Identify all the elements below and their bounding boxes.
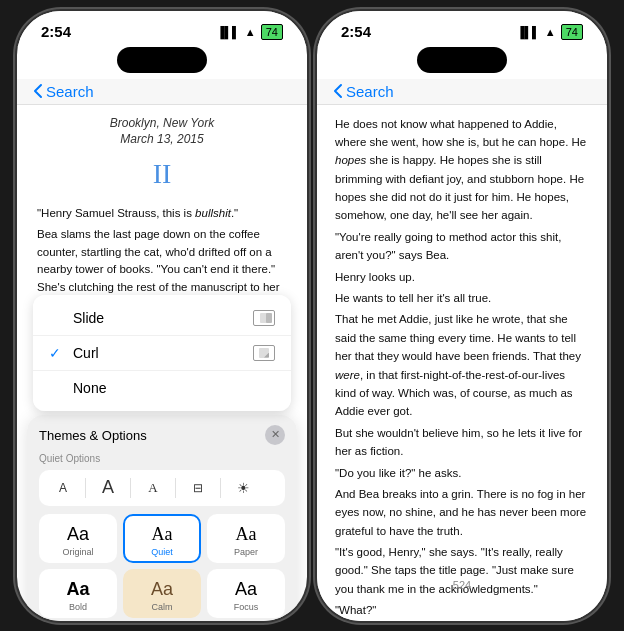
right-para-6: But she wouldn't believe him, so he lets…	[335, 424, 589, 461]
themes-title: Themes & Options	[39, 428, 147, 443]
theme-paper-aa: Aa	[236, 524, 257, 545]
menu-item-curl[interactable]: ✓ Curl	[33, 336, 291, 371]
slide-label: Slide	[73, 310, 104, 326]
status-icons-left: ▐▌▌ ▲ 74	[216, 24, 283, 40]
theme-bold-aa: Aa	[66, 579, 89, 600]
wifi-icon-right: ▲	[545, 26, 556, 38]
signal-icon-right: ▐▌▌	[516, 26, 539, 38]
themes-grid: Aa Original Aa Quiet Aa Paper Aa Bold	[39, 514, 285, 618]
book-para-1: "Henry Samuel Strauss, this is bullshit.…	[37, 205, 287, 223]
chevron-left-icon-right	[333, 83, 343, 99]
theme-focus[interactable]: Aa Focus	[207, 569, 285, 618]
font-decrease-button[interactable]: A	[47, 474, 79, 502]
themes-panel: Themes & Options ✕ Quiet Options A A A ⊟…	[27, 415, 297, 621]
back-button-right[interactable]: Search	[333, 83, 394, 100]
status-bar-left: 2:54 ▐▌▌ ▲ 74	[17, 11, 307, 47]
nav-bar-left: Search	[17, 79, 307, 105]
font-controls-row: A A A ⊟ ☀	[39, 470, 285, 506]
right-para-2: "You're really going to method actor thi…	[335, 228, 589, 265]
nav-bar-right: Search	[317, 79, 607, 105]
status-bar-right: 2:54 ▐▌▌ ▲ 74	[317, 11, 607, 47]
signal-icon: ▐▌▌	[216, 26, 239, 38]
font-increase-button[interactable]: A	[92, 474, 124, 502]
none-label: None	[73, 380, 106, 396]
book-para-2: Bea slams the last page down on the coff…	[37, 226, 287, 295]
theme-paper-label: Paper	[234, 547, 258, 557]
left-phone: 2:54 ▐▌▌ ▲ 74 Search Br	[17, 11, 307, 621]
wifi-icon: ▲	[245, 26, 256, 38]
menu-item-slide[interactable]: Slide	[33, 301, 291, 336]
book-content-right: He does not know what happened to Addie,…	[317, 105, 607, 621]
right-para-3: Henry looks up.	[335, 268, 589, 286]
book-content-left: Brooklyn, New YorkMarch 13, 2015 II "Hen…	[17, 105, 307, 295]
chevron-left-icon	[33, 83, 43, 99]
left-phone-content: Search Brooklyn, New YorkMarch 13, 2015 …	[17, 79, 307, 621]
close-themes-button[interactable]: ✕	[265, 425, 285, 445]
book-header: Brooklyn, New YorkMarch 13, 2015 II	[37, 115, 287, 197]
right-para-1: He does not know what happened to Addie,…	[335, 115, 589, 225]
right-phone-content: Search He does not know what happened to…	[317, 79, 607, 621]
theme-original[interactable]: Aa Original	[39, 514, 117, 563]
theme-calm-aa: Aa	[151, 579, 173, 600]
divider-1	[85, 478, 86, 498]
right-phone: 2:54 ▐▌▌ ▲ 74 Search He	[317, 11, 607, 621]
status-time-right: 2:54	[341, 23, 371, 40]
curl-icon	[253, 345, 275, 361]
battery-icon: 74	[261, 24, 283, 40]
page-number: 524	[317, 579, 607, 591]
right-para-7: "Do you like it?" he asks.	[335, 464, 589, 482]
book-location: Brooklyn, New YorkMarch 13, 2015	[37, 115, 287, 149]
right-para-4: He wants to tell her it's all true.	[335, 289, 589, 307]
right-para-8: And Bea breaks into a grin. There is no …	[335, 485, 589, 540]
quiet-options-label: Quiet Options	[39, 453, 285, 464]
slide-icon	[253, 310, 275, 326]
divider-4	[220, 478, 221, 498]
back-label-left: Search	[46, 83, 94, 100]
theme-paper[interactable]: Aa Paper	[207, 514, 285, 563]
theme-calm[interactable]: Aa Calm	[123, 569, 201, 618]
battery-icon-right: 74	[561, 24, 583, 40]
book-text-left: "Henry Samuel Strauss, this is bullshit.…	[37, 205, 287, 295]
theme-quiet-label: Quiet	[151, 547, 173, 557]
theme-bold[interactable]: Aa Bold	[39, 569, 117, 618]
curl-label: Curl	[73, 345, 99, 361]
theme-original-label: Original	[62, 547, 93, 557]
page-turn-menu: Slide ✓ Curl	[33, 295, 291, 411]
theme-focus-label: Focus	[234, 602, 259, 612]
theme-quiet-aa: Aa	[152, 524, 173, 545]
theme-quiet[interactable]: Aa Quiet	[123, 514, 201, 563]
font-style-button[interactable]: A	[137, 474, 169, 502]
chapter-number: II	[37, 152, 287, 197]
brightness-button[interactable]: ☀	[227, 474, 259, 502]
themes-header: Themes & Options ✕	[39, 425, 285, 445]
menu-item-none[interactable]: None	[33, 371, 291, 405]
dynamic-island-right	[417, 47, 507, 73]
dynamic-island-left	[117, 47, 207, 73]
right-para-5: That he met Addie, just like he wrote, t…	[335, 310, 589, 420]
theme-original-aa: Aa	[67, 524, 89, 545]
theme-bold-label: Bold	[69, 602, 87, 612]
divider-2	[130, 478, 131, 498]
theme-focus-aa: Aa	[235, 579, 257, 600]
book-text-right: He does not know what happened to Addie,…	[335, 115, 589, 621]
status-time-left: 2:54	[41, 23, 71, 40]
layout-button[interactable]: ⊟	[182, 474, 214, 502]
right-para-10: "What?"	[335, 601, 589, 619]
divider-3	[175, 478, 176, 498]
checkmark-curl: ✓	[49, 345, 65, 361]
status-icons-right: ▐▌▌ ▲ 74	[516, 24, 583, 40]
back-label-right: Search	[346, 83, 394, 100]
theme-calm-label: Calm	[151, 602, 172, 612]
back-button-left[interactable]: Search	[33, 83, 94, 100]
